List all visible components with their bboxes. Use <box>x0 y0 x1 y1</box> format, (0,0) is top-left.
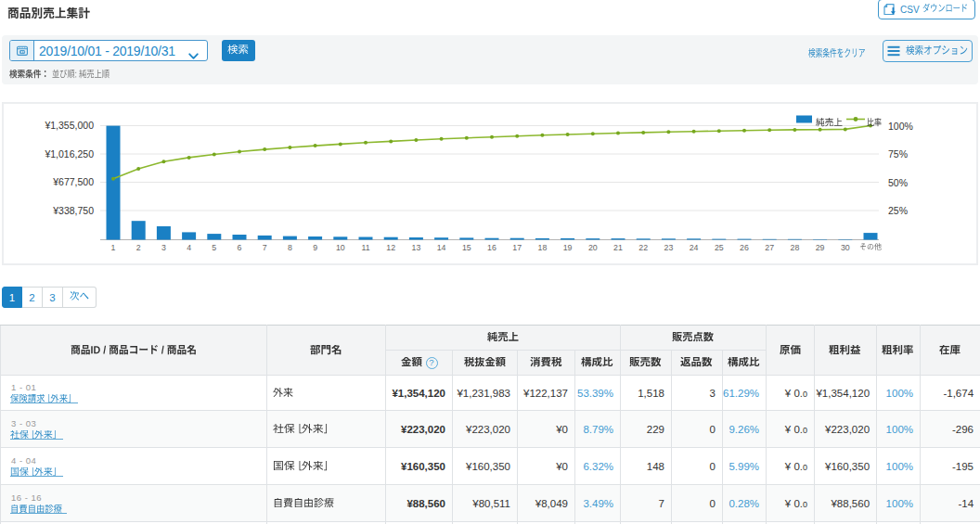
svg-text:8: 8 <box>288 243 292 252</box>
svg-text:27: 27 <box>765 243 774 252</box>
svg-text:11: 11 <box>361 243 369 252</box>
svg-text:75%: 75% <box>888 148 908 160</box>
svg-text:25: 25 <box>715 243 724 252</box>
svg-text:17: 17 <box>512 243 522 252</box>
svg-text:¥338,750: ¥338,750 <box>52 205 94 216</box>
svg-text:26: 26 <box>740 243 749 252</box>
svg-text:10: 10 <box>336 243 345 252</box>
svg-text:5: 5 <box>212 243 216 252</box>
svg-text:25%: 25% <box>888 205 908 216</box>
svg-text:15: 15 <box>462 243 471 252</box>
svg-text:4: 4 <box>187 243 191 252</box>
svg-text:1: 1 <box>111 243 116 252</box>
svg-text:50%: 50% <box>888 177 908 188</box>
svg-text:16: 16 <box>487 243 496 252</box>
svg-text:18: 18 <box>538 243 548 252</box>
svg-text:13: 13 <box>412 243 421 252</box>
svg-text:¥1,016,250: ¥1,016,250 <box>44 148 94 160</box>
svg-text:9: 9 <box>313 243 317 252</box>
svg-text:24: 24 <box>690 243 699 252</box>
svg-text:21: 21 <box>613 243 623 252</box>
svg-text:22: 22 <box>638 243 648 252</box>
svg-text:6: 6 <box>238 243 242 252</box>
svg-text:29: 29 <box>816 243 825 252</box>
svg-text:30: 30 <box>841 243 850 252</box>
svg-text:19: 19 <box>563 243 573 252</box>
svg-text:3: 3 <box>161 243 166 252</box>
svg-text:12: 12 <box>386 243 395 252</box>
svg-text:20: 20 <box>588 243 598 252</box>
svg-text:14: 14 <box>437 243 446 252</box>
svg-text:2: 2 <box>136 243 141 252</box>
svg-text:28: 28 <box>791 243 800 252</box>
svg-text:100%: 100% <box>888 121 913 132</box>
svg-text:¥1,355,000: ¥1,355,000 <box>44 120 94 131</box>
svg-text:7: 7 <box>263 243 267 252</box>
svg-text:¥677,500: ¥677,500 <box>52 176 94 187</box>
svg-text:23: 23 <box>664 243 674 252</box>
